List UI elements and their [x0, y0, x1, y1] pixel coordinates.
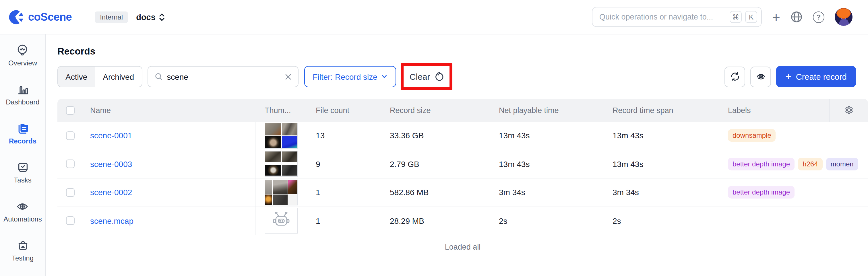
- plus-icon[interactable]: +: [772, 10, 780, 24]
- reset-icon: [435, 72, 444, 81]
- net-playable-time-cell: 3m 34s: [494, 179, 609, 206]
- record-name-link[interactable]: scene-0002: [90, 188, 132, 197]
- page-title: Records: [46, 34, 868, 57]
- kbd-k: K: [745, 11, 757, 23]
- coscene-logo-icon: [9, 9, 24, 24]
- table-row: scene-0002 1 582.86 MB 3m 34s 3m 34s bet…: [57, 179, 868, 207]
- quick-search-input[interactable]: [599, 12, 726, 21]
- project-switcher[interactable]: docs: [136, 12, 165, 22]
- column-header-name: Name: [83, 99, 255, 122]
- top-bar: coScene Internal docs ⌘ K + ?: [0, 0, 868, 34]
- records-table: Name Thum... File count Record size Net …: [57, 99, 868, 235]
- create-record-label: Create record: [796, 72, 847, 81]
- tab-active[interactable]: Active: [58, 67, 95, 87]
- loaded-all-status: Loaded all: [57, 243, 868, 251]
- project-name: docs: [136, 12, 156, 22]
- table-header: Name Thum... File count Record size Net …: [57, 99, 868, 122]
- record-thumbnail[interactable]: [265, 123, 298, 148]
- label-badge: h264: [798, 157, 823, 171]
- sidebar-item-automations[interactable]: Automations: [3, 200, 42, 223]
- clear-search-icon[interactable]: [284, 73, 291, 80]
- record-time-span-cell: 13m 43s: [609, 122, 723, 150]
- record-thumbnail[interactable]: [265, 152, 298, 177]
- automation-eye-icon: [755, 71, 766, 82]
- row-checkbox[interactable]: [66, 160, 74, 168]
- automation-actions-button[interactable]: [751, 66, 771, 87]
- row-checkbox[interactable]: [66, 188, 74, 197]
- gear-icon: [844, 105, 854, 115]
- record-size-cell: 33.36 GB: [384, 122, 494, 150]
- org-badge: Internal: [95, 11, 128, 23]
- record-time-span-cell: 13m 43s: [609, 150, 723, 178]
- record-thumbnail[interactable]: [265, 180, 298, 205]
- robot-placeholder-icon: [265, 209, 298, 233]
- clear-filters-button[interactable]: Clear: [404, 66, 450, 87]
- sidebar-item-label: Dashboard: [6, 98, 39, 106]
- sidebar-item-tasks[interactable]: Tasks: [14, 161, 31, 184]
- column-header-labels: Labels: [723, 99, 829, 122]
- logo-text: coScene: [28, 11, 72, 23]
- records-page: Records Active Archived: [46, 34, 868, 276]
- table-row: scene-0003 9 2.79 GB 13m 43s 13m 43s bet…: [57, 150, 868, 179]
- clear-button-label: Clear: [410, 72, 430, 82]
- labels-cell: better depth image: [723, 179, 829, 206]
- refresh-button[interactable]: [725, 66, 745, 87]
- record-thumbnail[interactable]: [265, 209, 298, 233]
- file-count-cell: 9: [310, 150, 384, 178]
- avatar[interactable]: [835, 8, 852, 26]
- active-archived-tabs: Active Archived: [57, 66, 142, 87]
- record-search-box: [147, 66, 298, 87]
- labels-cell: better depth image h264 momen: [723, 150, 829, 178]
- net-playable-time-cell: 13m 43s: [494, 122, 609, 150]
- updown-chevron-icon: [159, 12, 165, 22]
- sidebar-item-records[interactable]: Records: [9, 122, 36, 145]
- label-badge: downsample: [728, 129, 776, 142]
- column-header-record-time-span: Record time span: [609, 99, 723, 122]
- sidebar: Overview Dashboard: [0, 34, 46, 276]
- globe-icon[interactable]: [790, 11, 803, 23]
- select-all-checkbox[interactable]: [66, 106, 74, 115]
- chevron-down-icon: [381, 73, 388, 80]
- column-header-file-count: File count: [310, 99, 384, 122]
- record-size-cell: 28.29 MB: [384, 207, 494, 235]
- annotation-red-box: Clear: [401, 63, 453, 90]
- quick-search[interactable]: ⌘ K: [592, 7, 762, 27]
- sidebar-item-label: Testing: [12, 254, 34, 262]
- sidebar-item-label: Automations: [3, 215, 42, 223]
- search-icon: [154, 72, 163, 81]
- record-name-link[interactable]: scene-0003: [90, 159, 132, 169]
- record-size-cell: 582.86 MB: [384, 179, 494, 206]
- label-badge: better depth image: [728, 157, 795, 171]
- tab-archived[interactable]: Archived: [95, 67, 142, 87]
- filter-record-size-button[interactable]: Filter: Record size: [304, 66, 396, 87]
- refresh-icon: [730, 72, 740, 82]
- net-playable-time-cell: 13m 43s: [494, 150, 609, 178]
- records-toolbar: Active Archived: [57, 63, 856, 90]
- help-icon[interactable]: ?: [813, 11, 825, 23]
- sidebar-item-testing[interactable]: Testing: [12, 239, 34, 262]
- column-settings-button[interactable]: [829, 99, 868, 122]
- testing-icon: [16, 239, 30, 252]
- table-row: scene.mcap: [57, 207, 868, 235]
- record-name-link[interactable]: scene.mcap: [90, 216, 133, 225]
- record-time-span-cell: 2s: [609, 207, 723, 235]
- file-count-cell: 13: [310, 122, 384, 150]
- coscene-logo[interactable]: coScene: [9, 9, 72, 24]
- create-record-button[interactable]: + Create record: [776, 66, 856, 87]
- table-row: scene-0001 13 33.36 GB 13m 43s 13m 43s d…: [57, 122, 868, 150]
- sidebar-item-dashboard[interactable]: Dashboard: [6, 83, 39, 106]
- record-name-link[interactable]: scene-0001: [90, 131, 132, 140]
- app-window: coScene Internal docs ⌘ K + ?: [0, 0, 868, 276]
- column-header-net-playable-time: Net playable time: [494, 99, 609, 122]
- row-checkbox[interactable]: [66, 131, 74, 140]
- row-checkbox[interactable]: [66, 217, 74, 225]
- column-header-record-size: Record size: [384, 99, 494, 122]
- labels-cell: [723, 207, 829, 235]
- sidebar-item-label: Tasks: [14, 176, 31, 184]
- record-search-input[interactable]: [167, 72, 280, 81]
- column-header-thumbnail: Thum...: [255, 99, 310, 122]
- net-playable-time-cell: 2s: [494, 207, 609, 235]
- record-size-cell: 2.79 GB: [384, 150, 494, 178]
- sidebar-item-overview[interactable]: Overview: [8, 43, 37, 67]
- file-count-cell: 1: [310, 179, 384, 206]
